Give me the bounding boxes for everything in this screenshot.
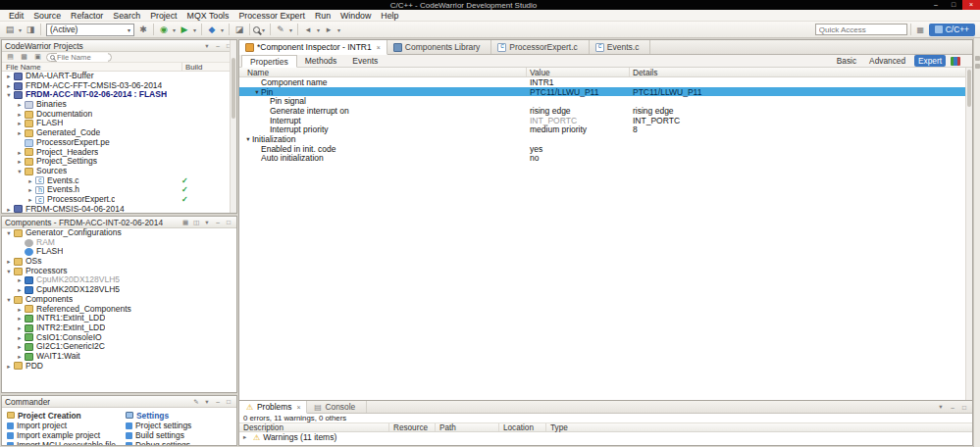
column-file-name[interactable]: File Name [2,63,182,72]
back-dropdown-icon[interactable]: ▾ [315,24,322,36]
Generate interrupt on[interactable]: Generate interrupt on rising edge rising… [239,106,965,116]
tree-item[interactable]: Components [2,295,236,305]
Pin signal[interactable]: Pin signal [239,96,965,106]
tab-close-icon[interactable]: × [377,44,381,51]
open-perspective-icon[interactable]: ▦ [914,24,927,35]
commander-link[interactable]: Project settings [126,421,216,430]
column-header[interactable]: Path [436,423,499,431]
tree-item[interactable]: INTR1:ExtInt_LDD [2,314,236,323]
expander-icon[interactable] [5,205,13,213]
tab-close-icon[interactable]: × [296,404,300,411]
Interrupt priority[interactable]: Interrupt priority medium priority 8 [239,124,965,134]
perspective-cpp-button[interactable]: C/C++ [929,24,975,36]
tree-item[interactable]: Events.c ✓ [2,176,230,186]
maximize-icon[interactable]: □ [945,0,962,10]
processor-expert-icon[interactable] [951,57,960,66]
annotation-icon[interactable]: ✎ [274,24,287,36]
inspector-tab[interactable]: Events [344,55,386,67]
editor-tab[interactable]: ProcessorExpert.c [491,40,589,54]
expander-icon[interactable] [5,267,13,276]
tree-item[interactable]: CpuMK20DX128VLH5 [2,275,236,285]
flat-view-icon[interactable]: ▤ [5,52,16,62]
quick-access-input[interactable] [815,24,907,35]
flash-dropdown-icon[interactable]: ▾ [219,24,226,36]
column-header[interactable]: Location [499,423,546,431]
tree-item[interactable]: ProcessorExpert.pe [2,138,230,148]
inspector-tab[interactable]: Properties [241,55,297,68]
view-menu-icon[interactable]: ▾ [202,41,212,51]
back-icon[interactable]: ◂ [301,24,315,36]
expander-icon[interactable] [5,257,13,267]
column-details[interactable]: Details [630,68,972,76]
commander-link[interactable]: Build settings [126,430,216,440]
expander-icon[interactable] [26,185,34,195]
save-icon[interactable]: ◨ [24,24,37,36]
tree-item[interactable]: OSs [2,257,236,267]
forward-dropdown-icon[interactable]: ▾ [335,24,342,36]
tree-item[interactable]: FRDM-CMSIS-04-06-2014 [2,205,230,213]
menu-item[interactable]: Edit [4,11,28,21]
expander-icon[interactable] [16,148,24,158]
mode-button[interactable]: Advanced [865,55,909,67]
column-header[interactable]: Resource [389,423,436,431]
annotation-dropdown-icon[interactable]: ▾ [287,24,294,36]
filter-icon[interactable]: ▦ [181,218,190,227]
view-menu-icon[interactable]: ▾ [202,397,212,407]
expander-icon[interactable] [16,119,24,128]
expander-icon[interactable] [5,90,13,100]
commander-link[interactable]: Import MCU executable file [7,440,116,445]
collapse-all-icon[interactable]: ◫ [191,218,201,227]
minimize-icon[interactable]: – [927,0,945,10]
expander-icon[interactable] [16,352,24,362]
column-build[interactable]: Build [182,63,236,72]
flash-programmer-icon[interactable]: ◆ [205,24,219,36]
new-wizard-icon[interactable]: ▤ [3,24,17,36]
search-icon[interactable] [253,26,260,33]
tree-item[interactable]: FRDM-ACC-INT-02-06-2014 : FLASH [2,90,230,100]
maximize-view-icon[interactable]: □ [224,218,233,227]
build-icon[interactable]: ◪ [232,24,246,36]
expander-icon[interactable] [244,135,252,143]
tree-item[interactable]: INTR2:ExtInt_LDD [2,323,236,333]
editor-tab[interactable]: Events.c [590,40,651,54]
scrollbar-thumb[interactable] [232,58,235,119]
tree-item[interactable]: Referenced_Components [2,305,236,315]
menu-item[interactable]: MQX Tools [182,11,234,21]
commander-link[interactable]: Debug settings [126,440,216,445]
property-value[interactable]: INTR1 [527,77,630,87]
Component name[interactable]: Component name INTR1 [239,77,965,87]
launch-config-combo[interactable]: (Active) ▾ [46,24,134,36]
menu-item[interactable]: Window [335,11,376,21]
Pin[interactable]: Pin PTC11/LLWU_P11 PTC11/LLWU_P11 [239,87,965,97]
scrollbar-thumb[interactable] [967,70,971,107]
forward-icon[interactable]: ▸ [322,24,335,36]
run-icon[interactable]: ▶ [178,24,191,36]
property-value[interactable]: medium priority [527,124,630,134]
tree-item[interactable]: DMA-UART-Buffer [2,72,230,81]
tree-item[interactable]: WAIT1:Wait [2,352,236,362]
project-filter-input[interactable] [57,53,108,62]
debug-icon[interactable]: ◉ [157,24,171,36]
commander-link[interactable]: Import project [7,421,116,430]
tree-item[interactable]: ProcessorExpert.c ✓ [2,195,230,205]
Initialization[interactable]: Initialization [239,134,965,144]
expander-icon[interactable] [16,100,24,110]
expander-icon[interactable] [5,81,13,91]
property-value[interactable]: no [527,153,630,163]
projects-scrollbar[interactable] [230,40,236,213]
close-icon[interactable]: × [962,0,980,10]
tree-item[interactable]: Sources [2,167,230,176]
minimize-view-icon[interactable]: – [948,402,957,412]
column-name[interactable]: Name [239,68,527,76]
menu-item[interactable]: Search [108,11,145,21]
expander-icon[interactable] [16,110,24,120]
tree-item[interactable]: Generator_Configurations [2,228,236,238]
menu-item[interactable]: Source [28,11,66,21]
expander-icon[interactable] [243,433,250,441]
property-value[interactable]: INT_PORTC [527,116,630,125]
expander-icon[interactable] [5,72,13,81]
expander-icon[interactable] [5,362,13,372]
tree-item[interactable]: Project_Settings [2,157,230,167]
expander-icon[interactable] [5,228,13,238]
commander-link[interactable]: Import example project [7,430,116,440]
